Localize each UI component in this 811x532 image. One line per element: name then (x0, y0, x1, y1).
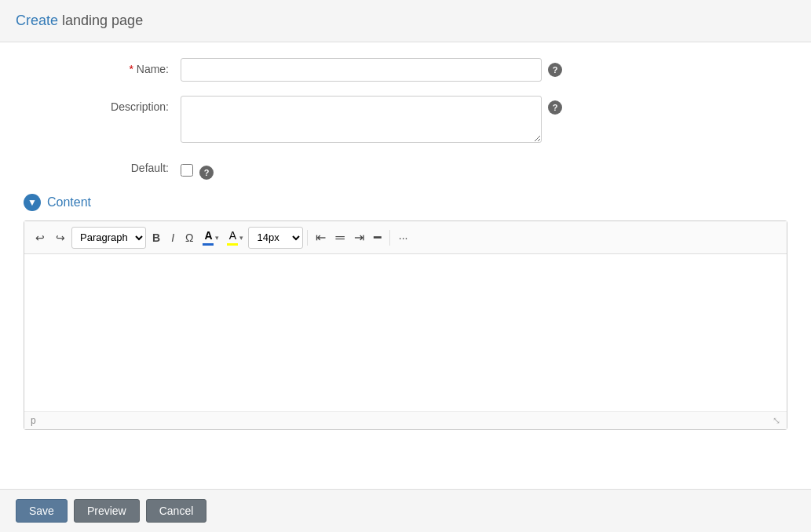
default-checkbox[interactable] (181, 164, 193, 177)
description-form-group: Description: ? (24, 96, 787, 143)
preview-button[interactable]: Preview (74, 499, 140, 523)
editor-body[interactable] (24, 254, 787, 411)
align-center-button[interactable]: ═ (331, 228, 348, 248)
editor-tag: p (31, 415, 36, 426)
content-section: ▼ Content ↩ ↪ Paragraph (24, 194, 787, 430)
font-color-button[interactable]: A ▾ (199, 226, 222, 249)
editor-footer: p ⤡ (24, 411, 787, 429)
font-size-select[interactable]: 14px10px12px16px18px24px (248, 227, 303, 249)
undo-button[interactable]: ↩ (31, 228, 49, 247)
default-form-group: Default: ? (24, 157, 787, 180)
page-title: Create landing page (16, 13, 795, 29)
font-color-indicator (203, 243, 214, 246)
special-char-button[interactable]: Ω (181, 228, 198, 247)
page-wrapper: Create landing page * Name: ? Descriptio… (0, 0, 811, 532)
content-label: Content (47, 195, 91, 210)
title-create: Create (16, 13, 58, 28)
highlight-color-button[interactable]: A ▾ (224, 226, 247, 249)
page-main: * Name: ? Description: ? Default: (0, 42, 811, 489)
name-input[interactable] (181, 58, 542, 82)
font-color-chevron: ▾ (215, 234, 219, 242)
more-options-button[interactable]: ··· (394, 228, 413, 247)
page-footer: Save Preview Cancel (0, 489, 811, 532)
page-header: Create landing page (0, 0, 811, 42)
paragraph-select[interactable]: Paragraph (71, 227, 146, 249)
content-toggle[interactable]: ▼ Content (24, 194, 787, 211)
description-help-icon[interactable]: ? (548, 100, 562, 115)
name-label: * Name: (24, 58, 181, 75)
cancel-button[interactable]: Cancel (146, 499, 207, 523)
italic-button[interactable]: I (166, 228, 179, 247)
description-control-wrapper: ? (181, 96, 562, 143)
content-toggle-icon: ▼ (24, 194, 41, 211)
redo-button[interactable]: ↪ (51, 228, 70, 247)
save-button[interactable]: Save (16, 499, 68, 523)
title-rest: landing page (62, 13, 143, 28)
highlight-chevron: ▾ (239, 234, 243, 242)
editor-toolbar: ↩ ↪ Paragraph B I (24, 221, 787, 254)
align-right-button[interactable]: ⇥ (350, 227, 368, 248)
description-label: Description: (24, 96, 181, 113)
default-help-icon[interactable]: ? (199, 166, 214, 180)
highlight-color-indicator (227, 243, 238, 246)
separator-2 (389, 230, 390, 246)
separator-1 (307, 230, 308, 246)
align-left-button[interactable]: ⇤ (312, 227, 330, 248)
align-justify-button[interactable]: ━ (370, 227, 385, 248)
name-help-icon[interactable]: ? (548, 63, 562, 77)
name-form-group: * Name: ? (24, 58, 787, 82)
editor-container: ↩ ↪ Paragraph B I (24, 220, 787, 430)
default-control-wrapper: ? (181, 157, 214, 180)
editor-resize-handle[interactable]: ⤡ (773, 415, 780, 426)
description-textarea[interactable] (181, 96, 542, 143)
name-control-wrapper: ? (181, 58, 562, 82)
bold-button[interactable]: B (148, 228, 165, 247)
default-label: Default: (24, 157, 181, 174)
